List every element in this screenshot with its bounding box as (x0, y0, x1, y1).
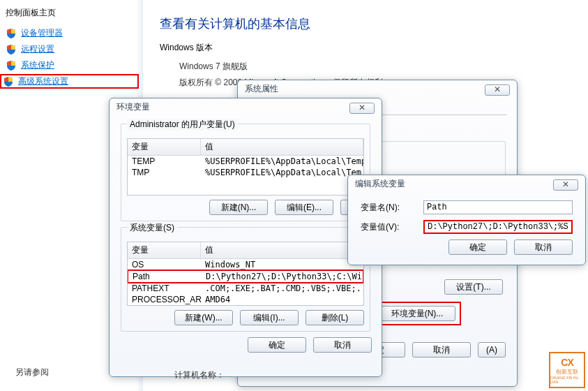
sidebar-item-remote-settings[interactable]: 远程设置 (0, 42, 139, 58)
close-button[interactable]: ✕ (553, 179, 578, 191)
delete-sys-var-button[interactable]: 删除(L) (306, 310, 364, 325)
new-user-var-button[interactable]: 新建(N)... (209, 200, 268, 215)
shield-icon (6, 28, 17, 39)
system-variables-list[interactable]: 变量 值 OS Windows_NT Path D:\Python27\;D:\… (127, 242, 364, 306)
brand-logo: CX 创新互联 CHUANG XIN HU LIAN (549, 352, 585, 388)
apply-button[interactable]: (A) (478, 342, 506, 357)
cancel-button[interactable]: 取消 (412, 342, 471, 357)
logo-chinese: 创新互联 (556, 368, 578, 376)
dialog-title: 系统属性 (238, 80, 517, 96)
user-vars-label: Administrator 的用户变量(U) (127, 119, 238, 131)
list-row[interactable]: PROCESSOR_AR... AMD64 (128, 294, 363, 305)
close-button[interactable]: ✕ (349, 103, 375, 114)
logo-initials: CX (561, 357, 573, 368)
see-also-label: 另请参阅 (15, 367, 49, 378)
settings-button[interactable]: 设置(T)... (444, 279, 503, 295)
shield-icon (3, 76, 14, 87)
sidebar-item-label[interactable]: 设备管理器 (21, 27, 63, 39)
list-row[interactable]: PATHEXT .COM;.EXE;.BAT;.CMD;.VBS;.VBE;..… (128, 283, 363, 294)
env-var-button-highlight: 环境变量(N)... (373, 302, 461, 325)
user-variables-list[interactable]: 变量 值 TEMP %USERPROFILE%\AppData\Local\Te… (127, 138, 364, 196)
col-header-val[interactable]: 值 (201, 242, 363, 258)
sidebar-item-label[interactable]: 系统保护 (21, 59, 54, 71)
windows-version-heading: Windows 版本 (160, 42, 571, 54)
dialog-title: 环境变量 (110, 98, 382, 114)
col-header-var[interactable]: 变量 (128, 242, 201, 258)
edit-user-var-button[interactable]: 编辑(E)... (275, 200, 333, 215)
cancel-button[interactable]: 取消 (313, 337, 372, 353)
page-title: 查看有关计算机的基本信息 (160, 15, 571, 32)
sidebar-item-system-protection[interactable]: 系统保护 (0, 58, 139, 74)
var-value-label: 变量值(V): (361, 221, 416, 233)
cancel-button[interactable]: 取消 (514, 239, 573, 255)
shield-icon (6, 44, 17, 55)
windows-edition: Windows 7 旗舰版 (179, 61, 571, 73)
sidebar-home-link[interactable]: 控制面板主页 (0, 4, 139, 26)
logo-pinyin: CHUANG XIN HU LIAN (550, 376, 584, 384)
edit-system-variable-dialog: 编辑系统变量 ✕ 变量名(N): 变量值(V): 确定 取消 (347, 175, 586, 265)
close-button[interactable]: ✕ (485, 84, 510, 96)
shield-icon (6, 60, 17, 71)
ok-button[interactable]: 确定 (248, 337, 306, 353)
sidebar-item-label[interactable]: 远程设置 (21, 43, 54, 55)
edit-sys-var-button[interactable]: 编辑(I)... (240, 310, 299, 325)
list-row[interactable]: TMP %USERPROFILE%\AppData\Local\Tem (128, 167, 363, 178)
environment-variables-button[interactable]: 环境变量(N)... (379, 306, 455, 321)
sidebar-item-advanced-system-settings[interactable]: 高级系统设置 (0, 74, 139, 89)
computer-name-label: 计算机名称： (174, 369, 225, 381)
list-row[interactable]: TEMP %USERPROFILE%\AppData\Local\Temp (128, 156, 363, 167)
ok-button[interactable]: 确定 (448, 239, 507, 255)
sidebar-item-device-manager[interactable]: 设备管理器 (0, 26, 139, 42)
var-name-input[interactable] (423, 200, 573, 214)
dialog-title: 编辑系统变量 (348, 175, 585, 191)
list-row-path[interactable]: Path D:\Python27\;D:\Python33\;C:\Wi... (127, 270, 364, 283)
new-sys-var-button[interactable]: 新建(W)... (174, 310, 233, 325)
var-value-input[interactable] (423, 220, 573, 234)
sidebar-item-label[interactable]: 高级系统设置 (18, 75, 68, 87)
col-header-val[interactable]: 值 (201, 139, 363, 155)
var-name-label: 变量名(N): (361, 202, 416, 214)
list-row[interactable]: OS Windows_NT (128, 259, 363, 270)
system-vars-label: 系统变量(S) (127, 222, 177, 234)
environment-variables-dialog: 环境变量 ✕ Administrator 的用户变量(U) 变量 值 TEMP … (109, 98, 382, 377)
col-header-var[interactable]: 变量 (128, 139, 201, 155)
